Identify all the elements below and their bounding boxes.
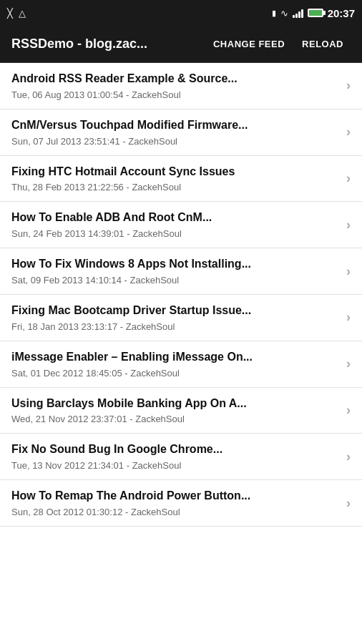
status-time: 20:37 [328,7,355,19]
feed-item-content: CnM/Versus Touchpad Modified Firmware...… [11,118,346,147]
feed-list: Android RSS Reader Example & Source... T… [0,63,362,644]
feed-item-title: CnM/Versus Touchpad Modified Firmware... [11,118,339,133]
chevron-right-icon: › [346,78,351,93]
feed-item-title: iMessage Enabler – Enabling iMessage On.… [11,350,339,365]
status-bar: ╳ △ ▮ ∿ 20:37 [0,0,362,26]
feed-item-title: How To Enable ADB And Root CnM... [11,210,339,225]
reload-button[interactable]: RELOAD [295,34,351,54]
feed-item-content: iMessage Enabler – Enabling iMessage On.… [11,350,346,379]
chevron-right-icon: › [346,356,351,371]
feed-item-meta: Wed, 21 Nov 2012 23:37:01 - ZackehSoul [11,414,339,424]
change-feed-button[interactable]: CHANGE FEED [206,34,292,54]
sim-icon: ▮ [272,9,276,18]
feed-item-content: How To Fix Windows 8 Apps Not Installing… [11,257,346,286]
action-bar: RSSDemo - blog.zac... CHANGE FEED RELOAD [0,26,362,63]
chevron-right-icon: › [346,171,351,186]
chevron-right-icon: › [346,496,351,511]
status-bar-left: ╳ △ [7,8,26,19]
feed-item-content: Using Barclays Mobile Banking App On A..… [11,396,346,425]
battery-icon [308,9,323,17]
feed-item-meta: Sat, 09 Feb 2013 14:10:14 - ZackehSoul [11,275,339,286]
feed-item-content: How To Remap The Android Power Button...… [11,489,346,517]
feed-item[interactable]: Android RSS Reader Example & Source... T… [0,63,362,109]
chevron-right-icon: › [346,310,351,325]
feed-item-meta: Tue, 06 Aug 2013 01:00:54 - ZackehSoul [11,89,339,100]
feed-item[interactable]: Fixing Mac Bootcamp Driver Startup Issue… [0,295,362,341]
wifi-icon: ∿ [280,8,288,19]
feed-item-content: Android RSS Reader Example & Source... T… [11,72,346,100]
feed-item-meta: Sun, 07 Jul 2013 23:51:41 - ZackehSoul [11,136,339,147]
feed-item-content: Fix No Sound Bug In Google Chrome... Tue… [11,442,346,471]
feed-item[interactable]: Using Barclays Mobile Banking App On A..… [0,388,362,434]
feed-item[interactable]: Fix No Sound Bug In Google Chrome... Tue… [0,434,362,480]
feed-item-title: How To Remap The Android Power Button... [11,489,339,504]
feed-item-content: Fixing Mac Bootcamp Driver Startup Issue… [11,303,346,332]
feed-item-title: Fix No Sound Bug In Google Chrome... [11,442,339,457]
action-buttons: CHANGE FEED RELOAD [206,34,351,54]
feed-item[interactable]: iMessage Enabler – Enabling iMessage On.… [0,341,362,388]
chevron-right-icon: › [346,403,351,418]
feed-item-title: Fixing HTC Hotmail Account Sync Issues [11,165,339,180]
feed-item[interactable]: How To Fix Windows 8 Apps Not Installing… [0,248,362,295]
feed-item-meta: Sun, 28 Oct 2012 01:30:12 - ZackehSoul [11,507,339,517]
chevron-right-icon: › [346,264,351,279]
app-title: RSSDemo - blog.zac... [11,36,206,52]
usb-icon: ╳ [7,8,13,19]
feed-item-title: Fixing Mac Bootcamp Driver Startup Issue… [11,303,339,318]
feed-item-content: How To Enable ADB And Root CnM... Sun, 2… [11,210,346,239]
feed-item-meta: Thu, 28 Feb 2013 21:22:56 - ZackehSoul [11,182,339,192]
feed-item-title: Android RSS Reader Example & Source... [11,72,339,87]
feed-item-title: Using Barclays Mobile Banking App On A..… [11,396,339,411]
feed-item-meta: Sun, 24 Feb 2013 14:39:01 - ZackehSoul [11,228,339,239]
status-bar-right: ▮ ∿ 20:37 [272,7,355,19]
feed-item-meta: Fri, 18 Jan 2013 23:13:17 - ZackehSoul [11,321,339,332]
feed-item[interactable]: CnM/Versus Touchpad Modified Firmware...… [0,109,362,156]
feed-item[interactable]: How To Enable ADB And Root CnM... Sun, 2… [0,202,362,248]
feed-item-title: How To Fix Windows 8 Apps Not Installing… [11,257,339,272]
chevron-right-icon: › [346,449,351,464]
feed-item-meta: Tue, 13 Nov 2012 21:34:01 - ZackehSoul [11,460,339,471]
chevron-right-icon: › [346,125,351,140]
android-icon: △ [19,8,26,19]
feed-item-content: Fixing HTC Hotmail Account Sync Issues T… [11,165,346,193]
chevron-right-icon: › [346,218,351,233]
feed-item[interactable]: Fixing HTC Hotmail Account Sync Issues T… [0,156,362,203]
feed-item-meta: Sat, 01 Dec 2012 18:45:05 - ZackehSoul [11,368,339,379]
feed-item[interactable]: How To Remap The Android Power Button...… [0,480,362,527]
signal-icon [293,8,303,18]
